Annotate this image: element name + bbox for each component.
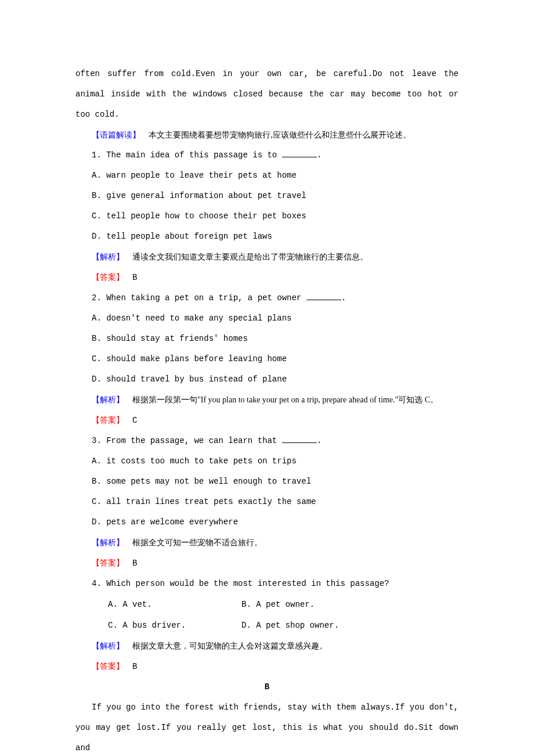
q4-explanation: 【解析】 根据文章大意，可知宠物的主人会对这篇文章感兴趣。: [75, 636, 459, 656]
explanation-label: 【解析】: [92, 642, 124, 650]
q2-option-c: C. should make plans before leaving home: [75, 349, 459, 369]
q1-stem-text: 1. The main idea of this passage is to: [92, 150, 282, 160]
q2-stem-text: 2. When taking a pet on a trip, a pet ow…: [92, 293, 306, 303]
q4-option-b: B. A pet owner.: [225, 595, 315, 615]
q3-explanation: 【解析】 根据全文可知一些宠物不适合旅行。: [75, 532, 459, 553]
q3-option-d: D. pets are welcome everywhere: [75, 512, 459, 532]
q4-option-d: D. A pet shop owner.: [225, 615, 339, 636]
blank: [282, 434, 317, 443]
section-b-heading: B: [75, 677, 459, 697]
explanation-text: 通读全文我们知道文章主要观点是给出了带宠物旅行的主要信息。: [124, 253, 368, 261]
answer-label: 【答案】: [92, 559, 124, 567]
answer-text: C: [124, 416, 137, 425]
q2-stem: 2. When taking a pet on a trip, a pet ow…: [75, 288, 459, 308]
explanation-text: 根据第一段第一句"If you plan to take your pet on…: [124, 395, 438, 404]
q4-stem: 4. Which person would be the most intere…: [75, 574, 459, 594]
q2-stem-end: .: [341, 293, 346, 303]
answer-label: 【答案】: [92, 662, 124, 671]
blank: [306, 291, 341, 300]
q3-option-a: A. it costs too much to take pets on tri…: [75, 451, 459, 471]
q2-option-d: D. should travel by bus instead of plane: [75, 369, 459, 390]
q1-option-d: D. tell people about foreign pet laws: [75, 226, 459, 247]
q3-stem-text: 3. From the passage, we can learn that: [92, 436, 282, 445]
q1-stem: 1. The main idea of this passage is to .: [75, 145, 459, 165]
q4-options-row-2: C. A bus driver.D. A pet shop owner.: [75, 615, 459, 636]
lang-analysis-text: 本文主要围绕着要想带宠物狗旅行,应该做些什么和注意些什么展开论述。: [140, 131, 411, 139]
answer-label: 【答案】: [92, 273, 124, 282]
q3-answer: 【答案】 B: [75, 553, 459, 574]
q4-answer: 【答案】 B: [75, 656, 459, 677]
explanation-label: 【解析】: [92, 253, 124, 261]
q2-option-a: A. doesn't need to make any special plan…: [75, 308, 459, 329]
answer-label: 【答案】: [92, 416, 124, 424]
q3-option-c: C. all train lines treat pets exactly th…: [75, 492, 459, 512]
page: often suffer from cold.Even in your own …: [0, 0, 534, 756]
q1-option-b: B. give general information about pet tr…: [75, 186, 459, 206]
explanation-text: 根据文章大意，可知宠物的主人会对这篇文章感兴趣。: [124, 642, 327, 650]
explanation-label: 【解析】: [92, 538, 124, 547]
passage-b-start: If you go into the forest with friends, …: [75, 697, 459, 756]
answer-text: B: [124, 273, 137, 282]
q2-answer: 【答案】 C: [75, 410, 459, 431]
q3-option-b: B. some pets may not be well enough to t…: [75, 471, 459, 492]
blank: [282, 149, 317, 157]
q4-option-c: C. A bus driver.: [92, 615, 225, 636]
explanation-text: 根据全文可知一些宠物不适合旅行。: [124, 538, 262, 547]
q1-explanation: 【解析】 通读全文我们知道文章主要观点是给出了带宠物旅行的主要信息。: [75, 247, 459, 267]
q1-stem-end: .: [317, 150, 322, 160]
lang-analysis: 【语篇解读】 本文主要围绕着要想带宠物狗旅行,应该做些什么和注意些什么展开论述。: [75, 125, 459, 145]
q2-explanation: 【解析】 根据第一段第一句"If you plan to take your p…: [75, 390, 459, 410]
q1-option-a: A. warn people to leave their pets at ho…: [75, 165, 459, 186]
answer-text: B: [124, 559, 137, 568]
q4-option-a: A. A vet.: [92, 595, 225, 615]
q1-answer: 【答案】 B: [75, 267, 459, 288]
q1-option-c: C. tell people how to choose their pet b…: [75, 206, 459, 226]
answer-text: B: [124, 662, 137, 671]
passage-continued: often suffer from cold.Even in your own …: [75, 64, 459, 125]
q3-stem: 3. From the passage, we can learn that .: [75, 431, 459, 451]
q3-stem-end: .: [317, 436, 322, 445]
lang-analysis-label: 【语篇解读】: [92, 131, 140, 139]
explanation-label: 【解析】: [92, 395, 124, 404]
q2-option-b: B. should stay at friends' homes: [75, 329, 459, 349]
q4-options-row-1: A. A vet.B. A pet owner.: [75, 594, 459, 615]
